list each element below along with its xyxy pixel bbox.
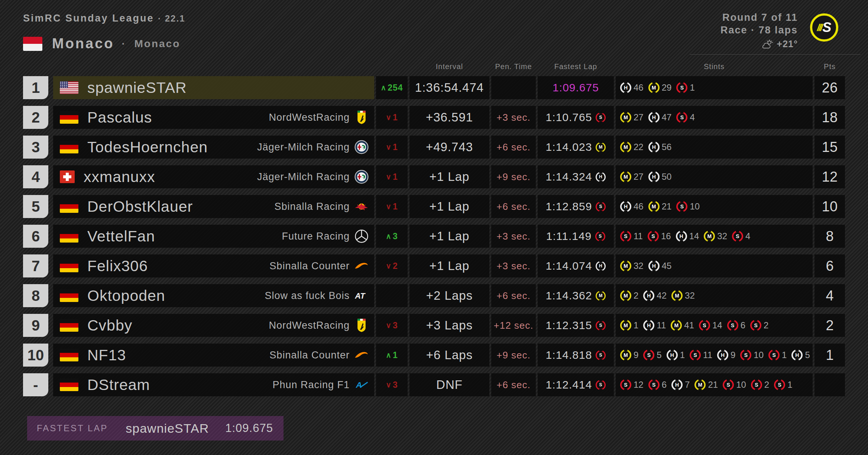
stint: S14 <box>699 320 722 331</box>
driver-cell: spawnieSTAR <box>53 76 374 99</box>
position-change-value: 1 <box>393 142 398 152</box>
team: NordWestRacing <box>269 318 374 332</box>
stint-laps: 27 <box>634 172 644 182</box>
tire-M-icon: M <box>648 82 660 93</box>
position-change-chevron-icon: ∧ <box>386 351 391 360</box>
team-name: Future Racing <box>282 231 350 242</box>
penalty-time-value: +6 sec. <box>491 195 536 218</box>
fastest-lap-value: 1:12.859 <box>546 200 592 213</box>
tire-H-icon: H <box>643 320 654 331</box>
result-row[interactable]: 8 Oktopoden Slow as fuck Bois AT +2 Laps… <box>23 284 845 307</box>
stint-laps: 4 <box>745 231 750 241</box>
stint: S1 <box>676 82 694 93</box>
points-value: 26 <box>814 76 845 99</box>
result-row[interactable]: 3 TodesHoernchen Jäger-Milch Racing ∨ 1 … <box>23 136 845 159</box>
tire-S-icon: S <box>690 350 701 361</box>
position-badge: - <box>23 373 48 396</box>
stint-laps: 11 <box>634 231 643 241</box>
position-change: ∨ 1 <box>376 165 408 188</box>
fastest-lap-cell: 1:09.675 <box>538 76 614 99</box>
stint-laps: 5 <box>657 350 661 360</box>
tire-H-icon: H <box>648 260 660 272</box>
tire-S-icon: S <box>723 379 734 390</box>
position-change-value: 1 <box>393 350 398 360</box>
result-row[interactable]: 5 DerObstKlauer Sbinalla Racing ∨ 1 +1 L… <box>23 195 845 218</box>
stint-laps: 50 <box>662 172 672 182</box>
penalty-time-value: +12 sec. <box>491 314 536 337</box>
driver-name: TodesHoernchen <box>87 139 208 156</box>
tire-S-icon: S <box>750 320 761 331</box>
result-row[interactable]: 6 VettelFan Future Racing ∧ 3 +1 Lap +3 … <box>23 225 845 248</box>
result-row[interactable]: - DStream Phun Racing F1 A ∨ 3 DNF +6 se… <box>23 373 845 396</box>
stint-laps: 1 <box>690 82 694 93</box>
team-logo-alfa-icon <box>354 140 369 154</box>
points-value: 15 <box>814 136 845 159</box>
flag-de-icon <box>60 349 78 361</box>
flag-de-icon <box>60 260 78 272</box>
tire-H-icon: H <box>643 290 654 301</box>
stint-laps: 6 <box>662 380 667 390</box>
stint-laps: 4 <box>690 112 694 123</box>
stint-laps: 10 <box>754 350 764 360</box>
driver-name: xxmanuxx <box>84 168 155 186</box>
result-row[interactable]: 9 Cvbby NordWestRacing ∨ 3 +3 Laps +12 s… <box>23 314 845 337</box>
team: Future Racing <box>282 229 374 243</box>
result-row[interactable]: 4 xxmanuxx Jäger-Milch Racing ∨ 1 +1 Lap… <box>23 165 845 188</box>
stint: S12 <box>620 379 644 390</box>
driver-cell: NF13 Sbinalla Counter <box>53 344 374 367</box>
tire-S-icon: S <box>596 113 606 123</box>
stints-cell: S11S16H14M32S4 <box>616 225 813 248</box>
svg-text:A: A <box>356 380 362 390</box>
team-name: Jäger-Milch Racing <box>257 142 350 153</box>
fastest-lap-value: 1:14.023 <box>546 141 592 153</box>
position-value: 1 <box>32 79 40 96</box>
position-change-chevron-icon: ∧ <box>380 83 386 92</box>
points-value: 6 <box>814 254 845 277</box>
result-row[interactable]: 7 Felix306 Sbinalla Counter ∨ 2 +1 Lap +… <box>23 254 845 277</box>
stints-cell: M27H50 <box>616 165 813 188</box>
result-row[interactable]: 2 Pascalus NordWestRacing ∨ 1 +36.591 +3… <box>23 106 845 129</box>
position-value: 10 <box>27 347 44 364</box>
position-badge: 7 <box>23 254 48 277</box>
fastest-lap-value: 1:11.149 <box>546 230 592 243</box>
stint-laps: 5 <box>805 350 810 360</box>
driver-name: Felix306 <box>87 257 148 275</box>
fastest-lap-value: 1:14.362 <box>546 289 592 302</box>
interval-value: +49.743 <box>409 136 489 159</box>
result-row[interactable]: 1 spawnieSTAR ∧ 254 1:36:54.474 1:09.675… <box>23 76 845 99</box>
stint: S11 <box>620 231 643 242</box>
logo-letter: S <box>822 20 831 35</box>
stint: M22 <box>620 142 644 153</box>
driver-cell: DerObstKlauer Sbinalla Racing <box>53 195 374 218</box>
flag-de-icon <box>60 319 78 332</box>
stint: H9 <box>717 350 735 361</box>
position-change-value: 254 <box>388 83 403 93</box>
tire-S-icon: S <box>595 231 605 241</box>
tire-H-icon: H <box>620 82 631 93</box>
result-row[interactable]: 10 NF13 Sbinalla Counter ∧ 1 +6 Laps +9 … <box>23 344 845 367</box>
team-name: Jäger-Milch Racing <box>257 171 350 183</box>
tire-S-icon: S <box>620 379 631 390</box>
stints-cell: M22H56 <box>616 136 813 159</box>
interval-value: 1:36:54.474 <box>409 76 489 99</box>
team-logo-ferrari-icon <box>354 110 369 124</box>
stint: M21 <box>694 379 718 390</box>
column-headers: Interval Pen. Time Fastest Lap Stints Pt… <box>23 62 845 73</box>
stint-laps: 11 <box>657 320 666 331</box>
header-divider <box>690 54 861 55</box>
weather: +21° <box>720 39 798 49</box>
tire-M-icon: M <box>620 260 631 272</box>
position-badge: 8 <box>23 284 48 307</box>
tire-H-icon: H <box>648 112 660 123</box>
position-value: 2 <box>32 109 40 126</box>
fastest-lap-value: 1:14.074 <box>546 260 592 272</box>
tire-S-icon: S <box>596 202 606 212</box>
tire-S-icon: S <box>643 350 654 361</box>
column-header-stints: Stints <box>616 62 813 71</box>
tire-S-icon: S <box>699 320 710 331</box>
stint: M27 <box>620 171 644 182</box>
position-change-chevron-icon: ∨ <box>386 172 391 181</box>
team: Phun Racing F1 A <box>272 378 374 392</box>
header-right: Round 7 of 11 Race · 78 laps +21° <box>720 11 798 49</box>
driver-cell: xxmanuxx Jäger-Milch Racing <box>53 165 374 188</box>
